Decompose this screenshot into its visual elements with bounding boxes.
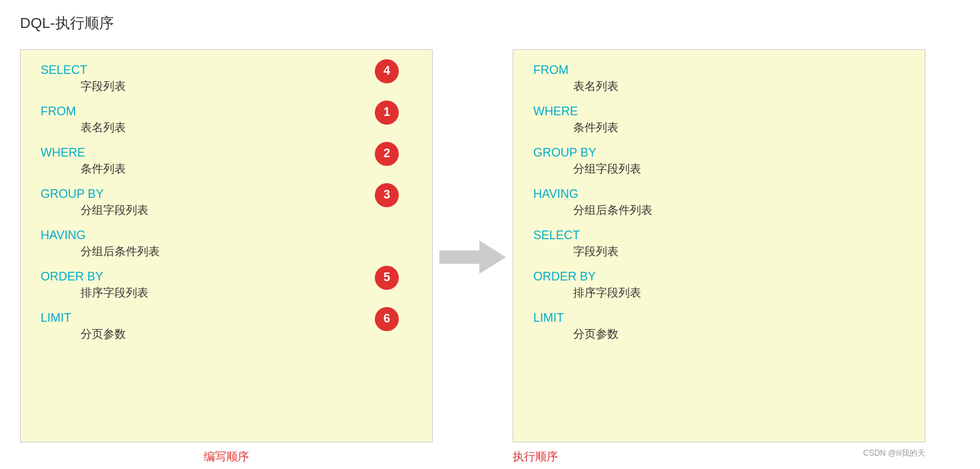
sub-text: 分组字段列表: [41, 203, 412, 218]
keyword-label: ORDER BY: [533, 270, 905, 284]
sub-text: 条件列表: [41, 161, 412, 177]
keyword-label: SELECT: [41, 63, 87, 77]
page-title: DQL-执行顺序: [20, 13, 960, 33]
keyword-label: WHERE: [41, 146, 85, 160]
right-section-having: HAVING分组后条件列表: [533, 187, 905, 218]
order-badge: 2: [375, 142, 399, 166]
order-badge: 1: [375, 101, 399, 125]
arrow-container: [433, 234, 513, 280]
sub-text: 排序字段列表: [41, 285, 412, 300]
keyword-label: LIMIT: [41, 311, 71, 325]
right-section-order-by: ORDER BY排序字段列表: [533, 270, 905, 300]
left-section-select: SELECT4字段列表: [41, 63, 412, 94]
right-section-select: SELECT字段列表: [533, 229, 905, 259]
right-section-limit: LIMIT分页参数: [533, 311, 905, 342]
left-section-order-by: ORDER BY5排序字段列表: [41, 270, 412, 300]
diagram-container: SELECT4字段列表FROM1表名列表WHERE2条件列表GROUP BY3分…: [20, 49, 960, 464]
keyword-label: FROM: [533, 63, 905, 77]
right-section-group-by: GROUP BY分组字段列表: [533, 146, 905, 177]
left-section-group-by: GROUP BY3分组字段列表: [41, 187, 412, 218]
left-section-where: WHERE2条件列表: [41, 146, 412, 177]
keyword-label: SELECT: [533, 229, 905, 242]
left-sql-box: SELECT4字段列表FROM1表名列表WHERE2条件列表GROUP BY3分…: [20, 49, 433, 442]
order-badge: 6: [375, 307, 399, 331]
sub-text: 分页参数: [533, 326, 905, 342]
svg-marker-0: [439, 240, 506, 274]
keyword-label: GROUP BY: [533, 146, 905, 160]
left-section-from: FROM1表名列表: [41, 105, 412, 135]
left-box-wrapper: SELECT4字段列表FROM1表名列表WHERE2条件列表GROUP BY3分…: [20, 49, 433, 464]
sub-text: 排序字段列表: [533, 285, 905, 300]
right-section-where: WHERE条件列表: [533, 105, 905, 135]
watermark: CSDN @iii我的天: [850, 448, 925, 459]
sub-text: 字段列表: [41, 79, 412, 94]
sub-text: 表名列表: [41, 120, 412, 135]
keyword-label: GROUP BY: [41, 187, 104, 201]
keyword-label: WHERE: [533, 105, 905, 119]
order-badge: 3: [375, 183, 399, 207]
left-section-having: HAVING分组后条件列表: [41, 229, 412, 259]
sub-text: 分组字段列表: [533, 161, 905, 177]
right-caption: 执行顺序: [513, 449, 558, 464]
right-box-wrapper: FROM表名列表WHERE条件列表GROUP BY分组字段列表HAVING分组后…: [513, 49, 925, 464]
keyword-label: HAVING: [41, 229, 86, 242]
arrow-wrapper: [439, 234, 506, 280]
keyword-label: FROM: [41, 105, 76, 119]
left-section-limit: LIMIT6分页参数: [41, 311, 412, 342]
keyword-label: LIMIT: [533, 311, 905, 325]
keyword-label: HAVING: [533, 187, 905, 201]
sub-text: 字段列表: [533, 244, 905, 259]
order-badge: 5: [375, 266, 399, 290]
keyword-label: ORDER BY: [41, 270, 103, 284]
arrow-icon: [439, 234, 506, 280]
sub-text: 表名列表: [533, 79, 905, 94]
sub-text: 分组后条件列表: [533, 203, 905, 218]
left-caption: 编写顺序: [204, 449, 249, 464]
order-badge: 4: [375, 59, 399, 83]
right-section-from: FROM表名列表: [533, 63, 905, 94]
sub-text: 分组后条件列表: [41, 244, 412, 259]
right-sql-box: FROM表名列表WHERE条件列表GROUP BY分组字段列表HAVING分组后…: [513, 49, 925, 442]
sub-text: 条件列表: [533, 120, 905, 135]
sub-text: 分页参数: [41, 326, 412, 342]
